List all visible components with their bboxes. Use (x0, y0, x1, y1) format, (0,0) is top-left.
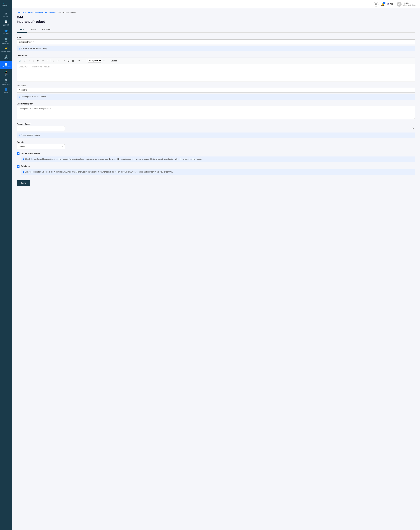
rte-strikethrough-button[interactable]: S (32, 59, 36, 63)
search-button[interactable] (374, 2, 378, 7)
svg-point-4 (399, 3, 400, 4)
info-icon-4: ℹ (23, 158, 24, 161)
sidebar-item-users[interactable]: 👤 Users (0, 87, 12, 95)
title-required-marker: * (21, 36, 22, 39)
avatar (397, 2, 402, 7)
save-button[interactable]: Save (17, 180, 30, 186)
tab-translate[interactable]: Translate (39, 27, 54, 33)
breadcrumb-sep-2: › (44, 11, 44, 14)
sidebar-item-label: Users (4, 91, 8, 93)
language-label: EN (390, 3, 393, 5)
language-selector[interactable]: 🇬🇧 EN ▾ (387, 3, 394, 5)
svg-point-3 (375, 3, 377, 5)
info-icon-2: ℹ (19, 96, 20, 98)
sidebar-item-manage-partners[interactable]: 🤝 Manage Partners (0, 45, 12, 54)
sidebar-item-apps[interactable]: 📱 Apps (0, 69, 12, 77)
notifications-button[interactable]: 🔔 0 (381, 2, 385, 6)
tabs: Edit Delete Translate (17, 27, 415, 33)
rte-subscript-button[interactable]: x2 (41, 59, 45, 63)
rte-image-button[interactable] (66, 59, 71, 63)
monetization-info-box: ℹ Check this box to enable monetization … (21, 157, 415, 162)
rte-divider-4 (87, 59, 87, 62)
product-owner-input[interactable] (17, 126, 65, 131)
tab-delete[interactable]: Delete (27, 27, 39, 33)
rte-ordered-list-button[interactable] (56, 59, 60, 63)
short-description-textarea[interactable] (17, 106, 415, 119)
description-placeholder: Overview description of the Product (19, 66, 49, 68)
format-chevron-icon (411, 89, 413, 91)
info-icon-3: ℹ (19, 134, 20, 136)
text-format-group: Text format Full HTML ℹ A description of… (17, 85, 415, 100)
svg-text:DIGITAL APICRAFT: DIGITAL APICRAFT (2, 5, 7, 6)
flag-icon: 🇬🇧 (387, 3, 390, 5)
topbar: 🔔 0 🇬🇧 EN ▾ Hi giri v girish.v+pa@digita… (12, 0, 420, 8)
published-info-text: Selecting this option will publish the A… (25, 171, 173, 173)
rte-hr-button[interactable]: — (82, 59, 86, 63)
description-field-group: Description 🔗 B I S x2 x2 T ☰ ❝ (17, 54, 415, 82)
dashboard-icon: ⊞ (5, 12, 7, 15)
published-label: Published (21, 165, 30, 167)
user-name: Hi giri v (403, 2, 416, 4)
rte-code-button[interactable]: <> (77, 59, 81, 63)
published-checkbox[interactable] (17, 165, 19, 168)
user-info: Hi giri v girish.v+pa@digita... (403, 2, 416, 6)
product-owner-search-button[interactable] (412, 127, 414, 130)
rte-divider-1 (50, 59, 50, 62)
short-description-label: Short Description (17, 103, 415, 105)
sidebar-item-api-subscriptions[interactable]: 📑 API Subscriptions (0, 61, 12, 69)
product-owner-group: Product Owner ℹ Please select the owner. (17, 123, 415, 138)
apps-icon: 📱 (4, 71, 8, 74)
rte-align-button[interactable] (102, 59, 106, 63)
title-input[interactable] (17, 39, 415, 44)
sidebar-item-label: Site Administration (0, 82, 11, 85)
sidebar-item-api-administration[interactable]: ⚙️ API Administration (0, 36, 12, 45)
rte-blockquote-button[interactable]: ❝ (62, 59, 66, 63)
rte-superscript-button[interactable]: x2 (36, 59, 40, 63)
rte-divider-5 (107, 59, 107, 62)
description-label: Description (17, 54, 415, 57)
breadcrumb-sep-1: › (27, 11, 27, 14)
description-editor[interactable]: Overview description of the Product (17, 64, 415, 82)
breadcrumb-api-products[interactable]: API Products (45, 11, 56, 14)
text-format-value: Full HTML (19, 89, 28, 91)
sidebar-item-label: API Subscriptions (0, 66, 11, 68)
sidebar-item-label: Dashboard (3, 15, 9, 17)
owner-info-text: Please select the owner. (21, 134, 40, 136)
sidebar-item-partners[interactable]: 👥 Partners (0, 28, 12, 36)
sidebar-item-dashboard[interactable]: ⊞ Dashboard (0, 11, 12, 19)
tab-edit[interactable]: Edit (17, 27, 27, 33)
domain-select[interactable]: - Select - (17, 144, 65, 149)
user-menu[interactable]: Hi giri v girish.v+pa@digita... (397, 2, 416, 7)
breadcrumb-api-admin[interactable]: API Administration (28, 11, 43, 14)
sidebar-item-label: API Testing (2, 58, 9, 60)
rte-link-button[interactable]: 🔗 (18, 59, 22, 63)
title-info-text: The title of the API Product entity. (21, 47, 47, 49)
description-info-box: ℹ A description of the API Product. (17, 94, 415, 100)
domain-label: Domain (17, 141, 415, 143)
rte-table-button[interactable] (71, 59, 75, 63)
rte-toolbar: 🔗 B I S x2 x2 T ☰ ❝ (17, 58, 415, 64)
sidebar-item-api-testing[interactable]: 🔬 API Testing (0, 53, 12, 61)
breadcrumb-dashboard[interactable]: Dashboard (17, 11, 26, 14)
sidebar-item-apis-products[interactable]: 📋 APIs and Products (0, 19, 12, 28)
paragraph-format-select[interactable]: Paragraph (88, 59, 101, 62)
api-subscriptions-icon: 📑 (4, 63, 8, 65)
enable-monetization-row: Enable Monetization (17, 152, 415, 155)
enable-monetization-checkbox[interactable] (17, 152, 19, 155)
rte-bold-button[interactable]: B (23, 59, 27, 63)
apis-products-icon: 📋 (4, 20, 8, 23)
text-format-select[interactable]: Full HTML (17, 88, 415, 93)
sidebar-item-label: API Administration (0, 41, 11, 44)
info-icon: ℹ (19, 47, 20, 50)
rte-italic-button[interactable]: I (27, 59, 31, 63)
published-row: Published (17, 165, 415, 168)
notification-badge: 0 (383, 2, 386, 4)
enable-monetization-group: Enable Monetization ℹ Check this box to … (17, 152, 415, 162)
rte-unordered-list-button[interactable]: ☰ (51, 59, 56, 63)
sidebar-logo: DAC DIGITAL APICRAFT (1, 1, 11, 8)
users-icon: 👤 (4, 88, 8, 91)
rte-removeformat-button[interactable]: T (45, 59, 49, 63)
published-info-box: ℹ Selecting this option will publish the… (21, 169, 415, 175)
sidebar-item-site-administration[interactable]: 🛠 Site Administration (0, 77, 12, 87)
rte-source-button[interactable]: Source (108, 59, 118, 63)
